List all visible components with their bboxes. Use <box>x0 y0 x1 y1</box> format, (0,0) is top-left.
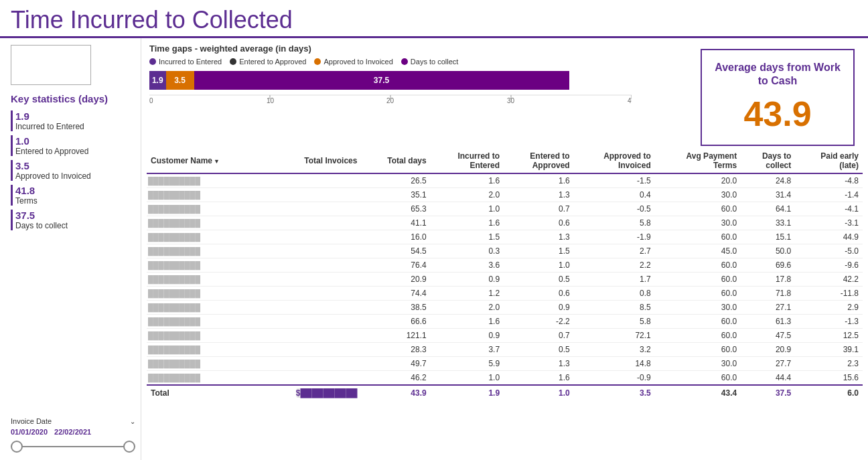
cell-total-inv <box>259 343 361 357</box>
table-row: ██████████ 76.4 3.6 1.0 2.2 60.0 69.6 -9… <box>147 258 863 273</box>
cell-app-inv: -0.5 <box>574 202 655 216</box>
table-row: ██████████ 65.3 1.0 0.7 -0.5 60.0 64.1 -… <box>147 202 863 216</box>
cell-days-col: 27.1 <box>741 301 795 315</box>
col-total-days[interactable]: Total days <box>361 149 430 173</box>
cell-inc-ent: 1.2 <box>431 287 504 301</box>
cell-name: ██████████ <box>147 258 259 273</box>
cell-name: ██████████ <box>147 216 259 230</box>
invoice-date-header: Invoice Date ⌄ <box>11 417 135 425</box>
cell-total-days: 35.1 <box>361 188 430 202</box>
cell-app-inv: 14.8 <box>574 357 655 371</box>
col-approved-invoiced[interactable]: Approved toInvoiced <box>574 149 655 173</box>
cell-total-days: 26.5 <box>361 173 430 188</box>
chart-main: Time gaps - weighted average (in days) I… <box>149 44 693 147</box>
cell-total-inv <box>259 329 361 343</box>
cell-days-col: 33.1 <box>741 216 795 230</box>
kpi-box: Average days from Work to Cash 43.9 <box>701 49 855 147</box>
cell-total-days: 49.7 <box>361 357 430 371</box>
slider-handle-right[interactable] <box>123 441 135 453</box>
slider-handle-left[interactable] <box>11 441 23 453</box>
cell-paid-early: 39.1 <box>795 343 863 357</box>
cell-app-inv: 5.8 <box>574 216 655 230</box>
cell-paid-early: 15.6 <box>795 371 863 386</box>
cell-inc-ent: 1.6 <box>431 173 504 188</box>
date-slider[interactable] <box>11 440 135 453</box>
cell-paid-early: -11.8 <box>795 287 863 301</box>
cell-ent-app: 0.9 <box>504 301 574 315</box>
cell-name: ██████████ <box>147 287 259 301</box>
main-container: Time Incurred to Collected Key statistic… <box>0 0 868 460</box>
footer-avg-pay: 43.4 <box>655 385 741 400</box>
cell-paid-early: -5.0 <box>795 244 863 258</box>
right-panel: Time gaps - weighted average (in days) I… <box>141 38 868 460</box>
cell-total-inv <box>259 287 361 301</box>
slider-line <box>11 446 135 447</box>
cell-days-col: 27.7 <box>741 357 795 371</box>
table-row: ██████████ 20.9 0.9 0.5 1.7 60.0 17.8 42… <box>147 273 863 287</box>
cell-app-inv: 2.2 <box>574 258 655 273</box>
cell-app-inv: 5.8 <box>574 315 655 329</box>
svg-text:40: 40 <box>628 97 632 104</box>
chevron-down-icon[interactable]: ⌄ <box>130 418 135 425</box>
table-body: ██████████ 26.5 1.6 1.6 -1.5 20.0 24.8 -… <box>147 173 863 385</box>
table-section[interactable]: Customer Name▼ Total Invoices Total days… <box>147 149 863 460</box>
col-days-collect[interactable]: Days tocollect <box>741 149 795 173</box>
cell-name: ██████████ <box>147 329 259 343</box>
cell-total-inv <box>259 173 361 188</box>
stat-label: Incurred to Entered <box>15 122 135 131</box>
cell-days-col: 17.8 <box>741 273 795 287</box>
legend-item: Approved to Invoiced <box>314 58 392 66</box>
chart-axis: 0 10 20 30 40 <box>149 94 632 106</box>
cell-inc-ent: 5.9 <box>431 357 504 371</box>
cell-total-inv <box>259 230 361 244</box>
stat-value: 1.0 <box>15 135 135 147</box>
col-paid-early[interactable]: Paid early(late) <box>795 149 863 173</box>
cell-name: ██████████ <box>147 301 259 315</box>
cell-avg-pay: 20.0 <box>655 173 741 188</box>
cell-ent-app: 1.3 <box>504 230 574 244</box>
cell-avg-pay: 60.0 <box>655 273 741 287</box>
col-entered-approved[interactable]: Entered toApproved <box>504 149 574 173</box>
invoice-date-section: Invoice Date ⌄ 01/01/2020 22/02/2021 <box>11 417 135 453</box>
cell-total-days: 76.4 <box>361 258 430 273</box>
cell-total-days: 41.1 <box>361 216 430 230</box>
cell-total-inv <box>259 371 361 386</box>
cell-name: ██████████ <box>147 371 259 386</box>
col-customer-name[interactable]: Customer Name▼ <box>147 149 259 173</box>
cell-total-days: 38.5 <box>361 301 430 315</box>
cell-days-col: 47.5 <box>741 329 795 343</box>
bar-segment: 1.9 <box>149 71 166 90</box>
stat-item: 1.0Entered to Approved <box>11 135 135 156</box>
cell-paid-early: 12.5 <box>795 329 863 343</box>
cell-name: ██████████ <box>147 357 259 371</box>
col-avg-payment[interactable]: Avg PaymentTerms <box>655 149 741 173</box>
cell-days-col: 24.8 <box>741 173 795 188</box>
cell-inc-ent: 0.9 <box>431 273 504 287</box>
legend-label: Days to collect <box>411 58 459 66</box>
page-title: Time Incurred to Collected <box>11 7 857 33</box>
sidebar: Key statistics (days) 1.9Incurred to Ent… <box>0 38 141 460</box>
cell-days-col: 15.1 <box>741 230 795 244</box>
table-footer: Total $██████████ 43.9 1.9 1.0 3.5 43.4 … <box>147 385 863 400</box>
cell-avg-pay: 60.0 <box>655 258 741 273</box>
cell-ent-app: 1.6 <box>504 173 574 188</box>
col-incurred-entered[interactable]: Incurred toEntered <box>431 149 504 173</box>
cell-days-col: 71.8 <box>741 287 795 301</box>
cell-name: ██████████ <box>147 273 259 287</box>
data-table: Customer Name▼ Total Invoices Total days… <box>147 149 863 400</box>
cell-total-inv <box>259 315 361 329</box>
cell-total-inv <box>259 273 361 287</box>
cell-inc-ent: 1.0 <box>431 202 504 216</box>
cell-app-inv: 72.1 <box>574 329 655 343</box>
date-from: 01/01/2020 <box>11 428 48 436</box>
cell-days-col: 61.3 <box>741 315 795 329</box>
stat-label: Days to collect <box>15 221 135 230</box>
footer-total-inv: $██████████ <box>259 385 361 400</box>
date-to: 22/02/2021 <box>54 428 91 436</box>
cell-days-col: 64.1 <box>741 202 795 216</box>
legend-item: Days to collect <box>401 58 459 66</box>
cell-days-col: 31.4 <box>741 188 795 202</box>
col-total-invoices[interactable]: Total Invoices <box>259 149 361 173</box>
cell-app-inv: 8.5 <box>574 301 655 315</box>
cell-days-col: 50.0 <box>741 244 795 258</box>
